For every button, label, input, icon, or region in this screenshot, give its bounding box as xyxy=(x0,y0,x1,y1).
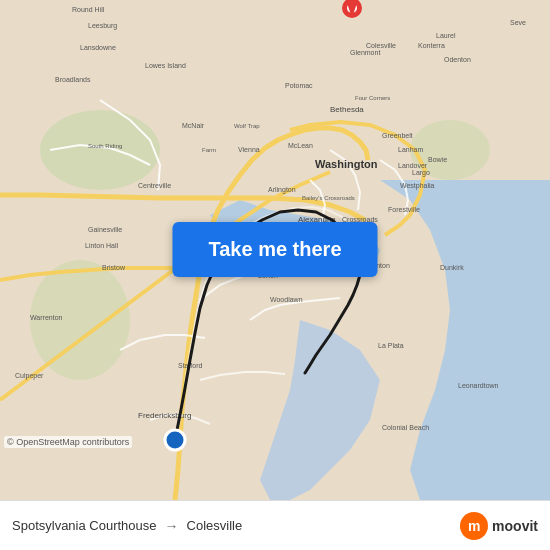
svg-text:Largo: Largo xyxy=(412,169,430,177)
svg-text:Washington: Washington xyxy=(315,158,378,170)
svg-text:Vienna: Vienna xyxy=(238,146,260,153)
svg-text:Potomac: Potomac xyxy=(285,82,313,89)
svg-text:Bristow: Bristow xyxy=(102,264,126,271)
svg-text:Odenton: Odenton xyxy=(444,56,471,63)
svg-text:Fredericksburg: Fredericksburg xyxy=(138,411,191,420)
svg-point-56 xyxy=(170,435,180,445)
svg-text:Dunkirk: Dunkirk xyxy=(440,264,464,271)
svg-text:Leesburg: Leesburg xyxy=(88,22,117,30)
svg-text:Broadlands: Broadlands xyxy=(55,76,91,83)
svg-text:La Plata: La Plata xyxy=(378,342,404,349)
map-attribution: © OpenStreetMap contributors xyxy=(4,436,132,448)
destination-label: Colesville xyxy=(187,518,243,533)
svg-text:Bailey's Crossroads: Bailey's Crossroads xyxy=(302,195,355,201)
origin-label: Spotsylvania Courthouse xyxy=(12,518,157,533)
svg-text:Landover: Landover xyxy=(398,162,428,169)
svg-text:Four Corners: Four Corners xyxy=(355,95,390,101)
svg-text:Warrenton: Warrenton xyxy=(30,314,63,321)
svg-text:Colesville: Colesville xyxy=(366,42,396,49)
map-container: Washington Bethesda Alexandria Arlington… xyxy=(0,0,550,500)
svg-point-1 xyxy=(40,110,160,190)
svg-text:Gainesville: Gainesville xyxy=(88,226,122,233)
svg-text:Bowie: Bowie xyxy=(428,156,447,163)
moovit-icon: m xyxy=(460,512,488,540)
svg-text:Lowes Island: Lowes Island xyxy=(145,62,186,69)
svg-text:Colonial Beach: Colonial Beach xyxy=(382,424,429,431)
svg-text:McLean: McLean xyxy=(288,142,313,149)
route-info: Spotsylvania Courthouse → Colesville xyxy=(12,518,242,534)
svg-text:Lanham: Lanham xyxy=(398,146,423,153)
svg-text:Centreville: Centreville xyxy=(138,182,171,189)
svg-text:Leonardtown: Leonardtown xyxy=(458,382,499,389)
svg-text:Westphalia: Westphalia xyxy=(400,182,435,190)
svg-text:Wolf Trap: Wolf Trap xyxy=(234,123,260,129)
svg-text:Bethesda: Bethesda xyxy=(330,105,364,114)
arrow-icon: → xyxy=(165,518,179,534)
svg-text:Round Hill: Round Hill xyxy=(72,6,105,13)
svg-text:Farm: Farm xyxy=(202,147,216,153)
svg-text:Seve: Seve xyxy=(510,19,526,26)
moovit-wordmark: moovit xyxy=(492,518,538,534)
svg-text:Linton Hall: Linton Hall xyxy=(85,242,119,249)
take-me-there-button[interactable]: Take me there xyxy=(172,222,377,277)
moovit-logo: m moovit xyxy=(460,512,538,540)
svg-text:South Riding: South Riding xyxy=(88,143,122,149)
svg-text:Greenbelt: Greenbelt xyxy=(382,132,413,139)
svg-text:McNair: McNair xyxy=(182,122,205,129)
svg-text:Culpeper: Culpeper xyxy=(15,372,44,380)
svg-text:Laurel: Laurel xyxy=(436,32,456,39)
bottom-bar: Spotsylvania Courthouse → Colesville m m… xyxy=(0,500,550,550)
svg-text:Konterra: Konterra xyxy=(418,42,445,49)
svg-text:Woodlawn: Woodlawn xyxy=(270,296,303,303)
svg-text:Arlington: Arlington xyxy=(268,186,296,194)
svg-text:Forestville: Forestville xyxy=(388,206,420,213)
svg-text:Lansdowne: Lansdowne xyxy=(80,44,116,51)
svg-text:Glenmont: Glenmont xyxy=(350,49,380,56)
